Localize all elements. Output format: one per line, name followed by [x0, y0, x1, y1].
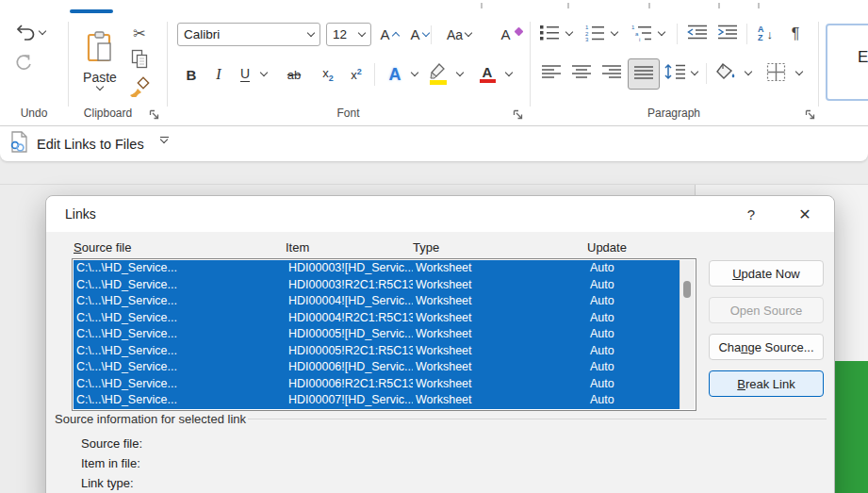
links-row[interactable]: C:\...\HD_Service...HDI00003!R2C1:R5C13W… — [74, 277, 680, 294]
clear-formatting-button[interactable]: A — [492, 23, 522, 46]
chevron-down-icon — [465, 28, 472, 36]
cut-button[interactable]: ✂ — [125, 22, 154, 44]
line-spacing-dropdown[interactable] — [689, 63, 700, 84]
paragraph-group-label: Paragraph — [530, 107, 818, 120]
borders-dropdown[interactable] — [794, 63, 805, 84]
align-center-button[interactable] — [569, 61, 594, 86]
caret-up-icon — [391, 31, 399, 39]
links-row[interactable]: C:\...\HD_Service...HDI00006!R2C1:R5C13W… — [74, 376, 680, 393]
bold-button[interactable]: B — [179, 61, 204, 88]
word-window: Undo Paste ✂ Clipboard — [0, 0, 868, 493]
multilevel-list-button[interactable]: 1ai — [630, 22, 654, 46]
list-scrollbar[interactable] — [680, 260, 695, 409]
undo-group-label: Undo — [0, 107, 68, 120]
highlight-button[interactable] — [424, 61, 452, 88]
align-right-button[interactable] — [599, 61, 624, 86]
cell-source: C:\...\HD_Service... — [74, 260, 286, 277]
show-paragraph-marks-button[interactable]: ¶ — [784, 22, 807, 46]
update-now-button[interactable]: Update Now — [709, 260, 824, 287]
links-row[interactable]: C:\...\HD_Service...HDI00005!R2C1:R5C13W… — [74, 343, 680, 360]
toolbar-overflow-button[interactable] — [158, 137, 170, 142]
line-spacing-button[interactable] — [662, 61, 688, 86]
superscript-button[interactable]: x2 — [343, 61, 369, 88]
cell-source: C:\...\HD_Service... — [74, 310, 286, 327]
numbering-dropdown[interactable] — [609, 24, 620, 44]
chevron-down-icon — [505, 69, 513, 76]
strikethrough-button[interactable]: ab — [279, 61, 309, 88]
increase-indent-button[interactable] — [714, 22, 741, 46]
cell-update: Auto — [587, 359, 680, 376]
edit-links-to-files-button[interactable]: Edit Links to Files — [37, 137, 144, 152]
column-header-type: Type — [413, 240, 439, 255]
numbering-button[interactable]: 123 — [582, 22, 607, 46]
borders-button[interactable] — [762, 61, 790, 86]
shrink-font-button[interactable]: A — [405, 23, 434, 46]
close-button[interactable]: ✕ — [790, 200, 820, 228]
cell-update: Auto — [587, 376, 680, 393]
links-row[interactable]: C:\...\HD_Service...HDI00003![HD_Servic.… — [74, 260, 680, 277]
cell-update: Auto — [587, 277, 680, 294]
cell-type: Worksheet — [413, 392, 587, 409]
undo-button[interactable] — [9, 20, 51, 46]
links-row[interactable]: C:\...\HD_Service...HDI00004![HD_Servic.… — [74, 293, 680, 310]
cell-type: Worksheet — [413, 293, 587, 310]
align-left-button[interactable] — [539, 61, 564, 86]
change-case-button[interactable]: Aa — [439, 23, 479, 46]
links-row[interactable]: C:\...\HD_Service...HDI00007![HD_Servic.… — [74, 392, 680, 409]
change-source-button[interactable]: Change Source... — [709, 334, 824, 360]
ribbon-tabstrip — [0, 0, 868, 14]
redo-button[interactable] — [9, 52, 38, 78]
font-size-combobox[interactable]: 12 — [326, 23, 371, 46]
paragraph-dialog-launcher[interactable] — [805, 107, 818, 121]
multilevel-dropdown[interactable] — [656, 24, 667, 44]
font-color-dropdown[interactable] — [503, 63, 515, 86]
chevron-down-icon — [456, 69, 464, 76]
bullets-button[interactable] — [537, 22, 562, 46]
text-effects-dropdown[interactable] — [409, 63, 420, 86]
edit-links-icon — [9, 131, 29, 156]
chevron-down-icon — [411, 69, 418, 76]
eraser-icon — [514, 26, 523, 36]
chevron-down-icon — [307, 28, 315, 36]
copy-button[interactable] — [125, 48, 154, 73]
styles-gallery-item[interactable]: E — [826, 24, 868, 101]
clipboard-dialog-launcher[interactable] — [149, 107, 162, 121]
highlight-dropdown[interactable] — [454, 63, 466, 86]
cell-update: Auto — [587, 310, 680, 327]
chevron-down-icon — [658, 28, 665, 36]
help-button[interactable]: ? — [736, 200, 766, 228]
open-source-button[interactable]: Open Source — [709, 297, 824, 323]
scrollbar-thumb[interactable] — [683, 281, 691, 298]
paint-bucket-icon — [715, 62, 738, 86]
style-preview-letter: E — [858, 48, 868, 67]
chevron-down-icon — [795, 68, 803, 75]
active-tab-indicator — [70, 9, 113, 13]
decrease-indent-button[interactable] — [684, 22, 711, 46]
paste-button[interactable]: Paste — [77, 20, 123, 101]
font-name-combobox[interactable]: Calibri — [177, 23, 320, 46]
underline-dropdown[interactable] — [258, 63, 270, 86]
grow-font-button[interactable]: A — [375, 23, 403, 46]
break-link-button[interactable]: Break Link — [709, 370, 824, 397]
links-row[interactable]: C:\...\HD_Service...HDI00005![HD_Servic.… — [74, 326, 680, 343]
chevron-down-icon — [38, 27, 45, 35]
scissors-icon: ✂ — [133, 25, 145, 42]
italic-button[interactable]: I — [207, 61, 230, 88]
bullets-dropdown[interactable] — [564, 24, 575, 44]
subscript-button[interactable]: x2 — [315, 61, 341, 88]
font-color-button[interactable]: A — [473, 61, 501, 88]
format-painter-button[interactable] — [123, 76, 156, 101]
sort-button[interactable]: AZ ↓ — [752, 22, 778, 46]
shading-dropdown[interactable] — [743, 63, 754, 84]
link-type-label: Link type: — [81, 476, 134, 490]
text-effects-button[interactable]: A — [381, 61, 409, 88]
shading-button[interactable] — [712, 61, 741, 86]
justify-button[interactable] — [628, 58, 660, 90]
cell-item: HDI00007![HD_Servic... — [286, 392, 413, 409]
cell-item: HDI00003!R2C1:R5C13 — [286, 277, 413, 294]
chevron-down-icon — [611, 28, 618, 36]
underline-button[interactable]: U — [234, 61, 256, 88]
links-row[interactable]: C:\...\HD_Service...HDI00004!R2C1:R5C13W… — [74, 310, 680, 327]
links-row[interactable]: C:\...\HD_Service...HDI00006![HD_Servic.… — [74, 359, 680, 376]
font-dialog-launcher[interactable] — [513, 107, 526, 121]
